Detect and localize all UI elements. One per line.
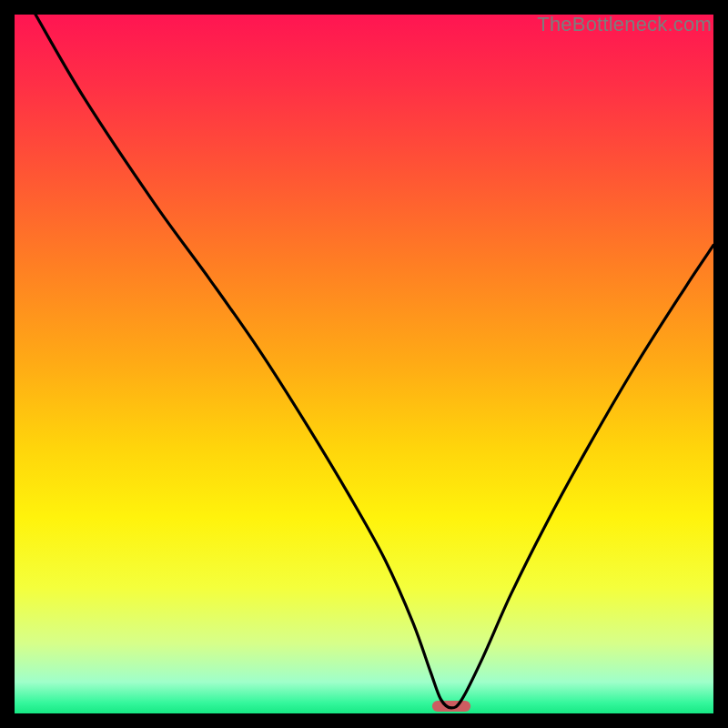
gradient-background [15,15,713,713]
optimal-marker [432,701,470,712]
watermark-text: TheBottleneck.com [537,13,712,36]
chart-frame: TheBottleneck.com [15,15,713,713]
bottleneck-chart [15,15,713,713]
